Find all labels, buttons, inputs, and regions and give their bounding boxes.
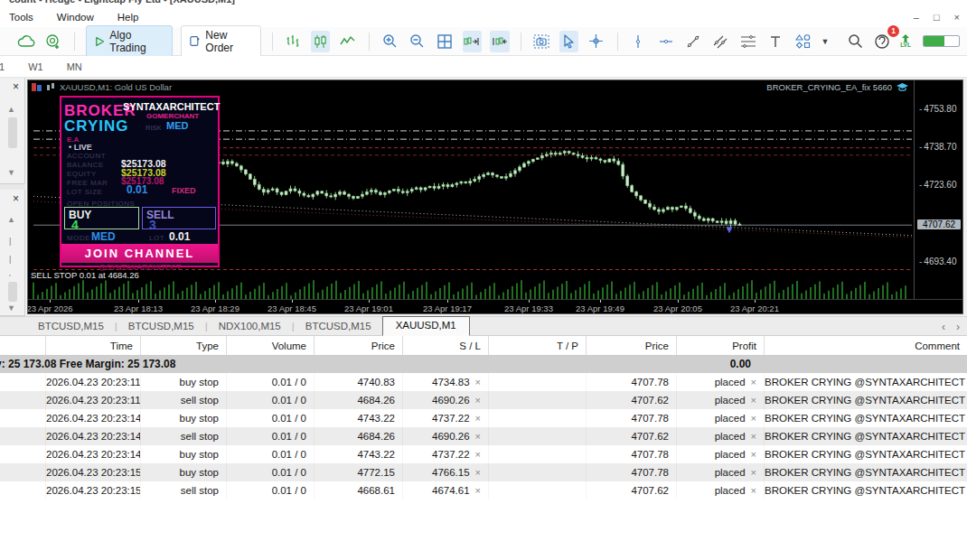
column-header[interactable]: Profit <box>676 336 764 355</box>
delete-order-icon[interactable]: × <box>475 485 481 496</box>
delete-order-icon[interactable]: × <box>751 467 756 478</box>
delete-order-icon[interactable]: × <box>751 449 756 460</box>
level-icon[interactable]: LVL <box>900 34 911 49</box>
line-chart-icon[interactable] <box>338 31 357 52</box>
collapsed-panel-bottom[interactable]: × ▲ | | ' ▼ <box>0 190 25 316</box>
order-row[interactable]: 2026.04.23 20:23:15buy stop0.01 / 04772.… <box>0 463 967 481</box>
scroll-up-icon[interactable]: ▲ <box>7 215 15 224</box>
restore-button[interactable]: □ <box>934 12 940 23</box>
summary-profit: 0.00 <box>676 356 764 373</box>
join-channel-banner[interactable]: JOIN CHANNEL <box>61 244 218 263</box>
cursor-icon[interactable] <box>559 31 578 52</box>
text-icon[interactable] <box>766 31 785 52</box>
column-header[interactable] <box>0 336 45 355</box>
period-mn[interactable]: MN <box>64 60 85 74</box>
collapsed-panel-top[interactable]: × ▲ ▼ <box>0 78 25 184</box>
menu-window[interactable]: Window <box>57 12 94 23</box>
channel-icon[interactable] <box>711 31 730 52</box>
tabs-scroll-right-icon[interactable]: › <box>956 321 960 333</box>
period-cut[interactable]: 1 <box>0 60 7 74</box>
delete-order-icon[interactable]: × <box>751 377 756 387</box>
delete-order-icon[interactable]: × <box>475 413 481 424</box>
shapes-dropdown-caret[interactable]: ▼ <box>821 37 829 46</box>
price-axis[interactable]: 4707.62 4753.804738.704723.604693.40 <box>914 80 962 299</box>
column-header[interactable]: Type <box>140 336 226 355</box>
minimize-button[interactable]: – <box>914 12 919 23</box>
cloud-icon[interactable] <box>16 31 35 52</box>
menu-tools[interactable]: Tools <box>9 12 33 23</box>
auto-scroll-icon[interactable] <box>490 31 509 52</box>
scrollbar-thumb[interactable] <box>8 282 17 302</box>
delete-order-icon[interactable]: × <box>475 395 481 406</box>
close-icon[interactable]: × <box>13 192 19 205</box>
time-axis[interactable]: 23 Apr 202623 Apr 18:1323 Apr 18:2923 Ap… <box>28 299 963 314</box>
column-header[interactable]: Time <box>45 336 140 355</box>
order-comment: BROKER CRYING @SYNTAXARCHITECT <box>764 481 967 499</box>
expert-advisor-icon[interactable] <box>897 83 908 92</box>
delete-order-icon[interactable]: × <box>751 395 756 406</box>
order-row[interactable]: 2026.04.23 20:23:14buy stop0.01 / 04743.… <box>0 445 967 463</box>
column-header[interactable]: S / L <box>402 336 488 355</box>
scroll-up-icon[interactable]: ▲ <box>7 105 15 114</box>
notifications-icon[interactable]: 1 <box>873 31 892 52</box>
time-axis-label: 23 Apr 18:13 <box>114 303 163 313</box>
delete-order-icon[interactable]: × <box>475 449 481 460</box>
column-header[interactable]: Price <box>586 336 676 355</box>
scroll-down-icon[interactable]: ▼ <box>7 303 15 313</box>
crosshair-icon[interactable] <box>587 31 606 52</box>
vertical-line-icon[interactable] <box>629 31 648 52</box>
sell-count: 3 <box>149 218 156 232</box>
order-row[interactable]: 2026.04.23 20:23:14buy stop0.01 / 04743.… <box>0 409 967 427</box>
fibonacci-icon[interactable] <box>738 31 757 52</box>
candlestick-chart-icon[interactable] <box>311 31 330 52</box>
delete-order-icon[interactable]: × <box>751 431 756 442</box>
menu-help[interactable]: Help <box>117 12 139 23</box>
screenshot-icon[interactable] <box>531 31 550 52</box>
column-header[interactable]: Price <box>314 336 402 355</box>
order-row[interactable]: 2026.04.23 20:23:15sell stop0.01 / 04668… <box>0 481 967 499</box>
horizontal-line-icon[interactable] <box>656 31 675 52</box>
orders-table: TimeTypeVolumePriceS / LT / PPriceProfit… <box>0 336 967 560</box>
close-icon[interactable]: × <box>13 80 19 93</box>
tabs-scroll-left-icon[interactable]: ‹ <box>942 321 945 333</box>
chart-tab-btcusd-m15[interactable]: BTCUSD,M15 <box>295 318 382 335</box>
row-lead <box>0 409 45 427</box>
algo-trading-button[interactable]: Algo Trading <box>86 25 173 58</box>
trendline-icon[interactable] <box>683 31 702 52</box>
close-button[interactable]: × <box>954 12 960 23</box>
bar-chart-icon[interactable] <box>283 31 302 52</box>
play-icon <box>95 36 105 47</box>
period-w1[interactable]: W1 <box>25 60 46 74</box>
column-header[interactable]: T / P <box>488 336 586 355</box>
scroll-down-icon[interactable]: ▼ <box>7 168 15 177</box>
delete-order-icon[interactable]: × <box>475 377 481 387</box>
order-type: buy stop <box>140 445 226 463</box>
chart-tab-xauusd-m1[interactable]: XAUUSD,M1 <box>382 316 470 336</box>
search-icon[interactable] <box>845 31 864 52</box>
scrollbar-thumb[interactable] <box>8 117 17 148</box>
new-order-button[interactable]: New Order <box>181 25 261 58</box>
chart-window[interactable]: XAUUSD,M1: Gold US Dollar BROKER_CRYING_… <box>27 79 963 314</box>
tile-windows-icon[interactable] <box>435 31 454 52</box>
delete-order-icon[interactable]: × <box>751 413 756 424</box>
shapes-icon[interactable] <box>793 31 812 52</box>
order-row[interactable]: 2026.04.23 20:23:11buy stop0.01 / 04740.… <box>0 373 967 391</box>
separator <box>617 33 618 51</box>
order-status: placed× <box>676 445 764 463</box>
chart-tab-btcusd-m15[interactable]: BTCUSD,M15 <box>27 318 115 335</box>
shift-end-icon[interactable] <box>463 31 482 52</box>
chart-tab-ndx100-m15[interactable]: NDX100,M15 <box>208 318 292 335</box>
delete-order-icon[interactable]: × <box>751 485 756 496</box>
delete-order-icon[interactable]: × <box>475 467 481 478</box>
order-row[interactable]: 2026.04.23 20:23:14sell stop0.01 / 04684… <box>0 427 967 445</box>
zoom-out-icon[interactable] <box>408 31 427 52</box>
order-row[interactable]: 2026.04.23 20:23:11sell stop0.01 / 04684… <box>0 391 967 409</box>
order-sl: 4766.15× <box>402 463 488 481</box>
time-axis-tick <box>292 300 293 303</box>
chart-tab-btcusd-m15[interactable]: BTCUSD,M15 <box>117 318 205 335</box>
column-header[interactable]: Comment <box>764 336 967 355</box>
zoom-in-icon[interactable] <box>380 31 399 52</box>
column-header[interactable]: Volume <box>226 336 314 355</box>
delete-order-icon[interactable]: × <box>475 431 481 442</box>
copy-trading-icon[interactable] <box>43 31 62 52</box>
